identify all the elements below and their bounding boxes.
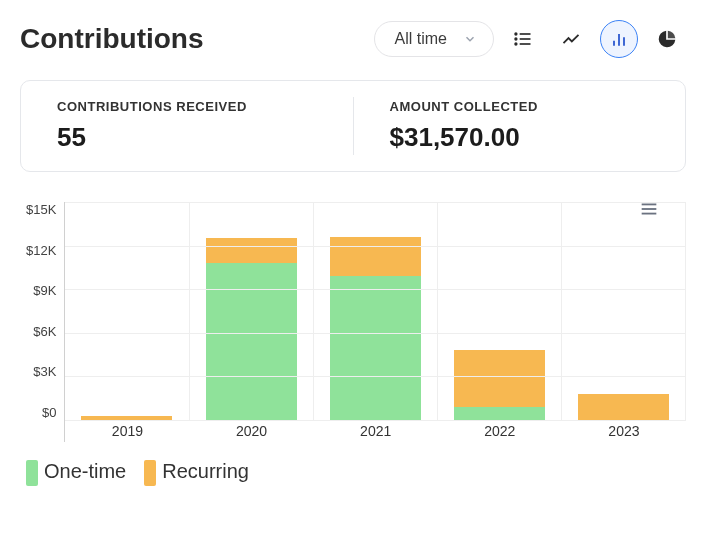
swatch-one-time	[26, 460, 38, 486]
y-tick: $3K	[33, 364, 56, 379]
bar-column	[190, 202, 314, 420]
bar-column	[65, 202, 189, 420]
pie-chart-icon	[657, 29, 677, 49]
svg-point-4	[515, 38, 517, 40]
stat-contributions-received: CONTRIBUTIONS RECEIVED 55	[21, 97, 353, 155]
bar-chart-button[interactable]	[600, 20, 638, 58]
y-tick: $12K	[26, 243, 56, 258]
y-tick: $0	[42, 405, 56, 420]
pie-chart-button[interactable]	[648, 20, 686, 58]
gridline	[65, 246, 686, 247]
bar-column	[314, 202, 438, 420]
time-range-dropdown[interactable]: All time	[374, 21, 494, 57]
y-tick: $6K	[33, 324, 56, 339]
bar-chart: $15K$12K$9K$6K$3K$0 20192020202120222023	[20, 202, 686, 442]
bar-segment-recurring	[330, 237, 421, 276]
gridline	[65, 289, 686, 290]
stats-card: CONTRIBUTIONS RECEIVED 55 AMOUNT COLLECT…	[20, 80, 686, 172]
line-chart-button[interactable]	[552, 20, 590, 58]
legend-label: Recurring	[162, 460, 249, 482]
legend: One-time Recurring	[20, 460, 686, 486]
gridline	[65, 333, 686, 334]
x-tick: 2021	[314, 423, 438, 439]
bar-segment-recurring	[454, 350, 545, 407]
y-tick: $9K	[33, 283, 56, 298]
stat-value: 55	[57, 122, 317, 153]
stat-label: CONTRIBUTIONS RECEIVED	[57, 99, 317, 114]
bar-segment-one-time	[330, 276, 421, 420]
bar-segment-one-time	[206, 263, 297, 420]
x-tick: 2023	[562, 423, 686, 439]
bar-stack[interactable]	[454, 350, 545, 420]
page-title: Contributions	[20, 23, 204, 55]
y-tick: $15K	[26, 202, 56, 217]
time-range-label: All time	[395, 30, 447, 48]
gridline	[65, 376, 686, 377]
gridline	[65, 202, 686, 203]
swatch-recurring	[144, 460, 156, 486]
x-axis: 20192020202120222023	[65, 420, 686, 442]
chart-container: $15K$12K$9K$6K$3K$0 20192020202120222023…	[20, 202, 686, 486]
x-tick: 2020	[190, 423, 314, 439]
stat-amount-collected: AMOUNT COLLECTED $31,570.00	[353, 97, 686, 155]
svg-point-5	[515, 43, 517, 45]
x-tick: 2022	[438, 423, 562, 439]
bar-segment-one-time	[454, 407, 545, 420]
legend-item-recurring: Recurring	[144, 460, 249, 486]
view-controls: All time	[374, 20, 686, 58]
svg-point-3	[515, 33, 517, 35]
bar-stack[interactable]	[578, 394, 669, 420]
gridline	[65, 420, 686, 421]
stat-value: $31,570.00	[390, 122, 650, 153]
plot-area: 20192020202120222023	[64, 202, 686, 442]
chevron-down-icon	[463, 32, 477, 46]
legend-item-one-time: One-time	[26, 460, 126, 486]
bar-column	[562, 202, 686, 420]
list-view-button[interactable]	[504, 20, 542, 58]
line-chart-icon	[561, 29, 581, 49]
bar-stack[interactable]	[206, 238, 297, 420]
list-icon	[513, 29, 533, 49]
bar-segment-recurring	[206, 238, 297, 263]
x-tick: 2019	[65, 423, 189, 439]
bar-stack[interactable]	[330, 237, 421, 420]
legend-label: One-time	[44, 460, 126, 482]
y-axis: $15K$12K$9K$6K$3K$0	[26, 202, 64, 442]
stat-label: AMOUNT COLLECTED	[390, 99, 650, 114]
bar-column	[438, 202, 562, 420]
bar-segment-recurring	[578, 394, 669, 420]
bar-chart-icon	[609, 29, 629, 49]
